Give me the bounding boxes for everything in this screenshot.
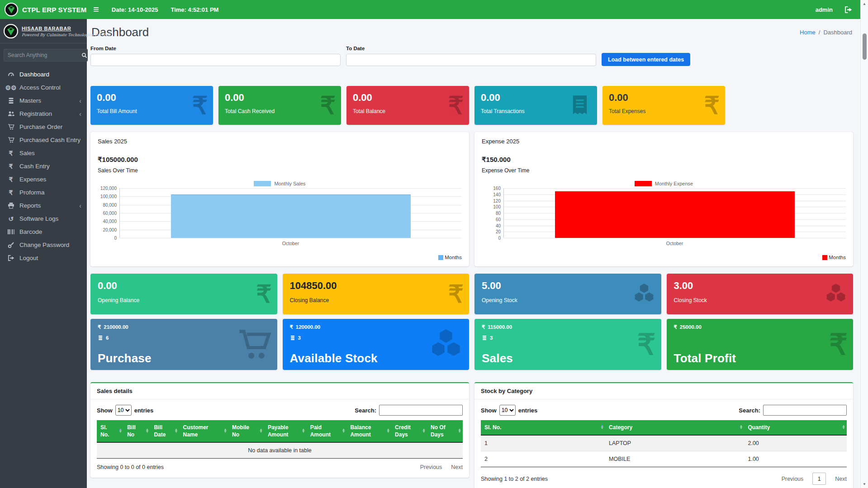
stock-table-info: Showing 1 to 2 of 2 entries (481, 476, 548, 482)
navbar-signout-icon[interactable] (844, 6, 852, 14)
months-legend[interactable]: Months (822, 255, 846, 260)
stock-page-size-select[interactable]: 10 (499, 405, 516, 416)
sales-search-input[interactable] (379, 405, 463, 416)
chart-total: ₹105000.000 (98, 156, 462, 164)
sidebar-logo-title: HISAAB BARABAR (22, 26, 112, 31)
sort-icon[interactable]: ▲▼ (386, 429, 390, 433)
sort-icon[interactable]: ▲▼ (842, 425, 845, 430)
table-row[interactable]: 1 LAPTOP 2.00 (481, 435, 847, 451)
sidebar-item-software-logs[interactable]: ↺ Software Logs (2, 212, 85, 225)
chart-legend[interactable]: Monthly Sales (98, 181, 462, 186)
available-stock-card[interactable]: ₹120000.00 3 Available Stock (283, 319, 470, 370)
app-brand: CTPL ERP SYSTEM (0, 3, 87, 16)
stock-by-category-table: Sl. No.▲▼ Category▲▼ Quantity▲▼ 1 LAPTOP… (481, 420, 847, 467)
from-date-label: From Date (90, 46, 341, 51)
rupee-icon: ₹ (829, 330, 848, 359)
sort-icon[interactable]: ▲▼ (740, 425, 743, 430)
closing-stock-card: 3.00 Closing Stock (667, 274, 854, 314)
x-axis-label: October (503, 241, 846, 246)
rupee-icon: ₹ (6, 163, 15, 170)
sidebar-toggle-icon[interactable]: ≡ (93, 5, 99, 14)
rupee-icon: ₹ (6, 150, 15, 156)
table-row[interactable]: 2 MOBILE 1.00 (481, 451, 847, 467)
breadcrumb: Home / Dashboard (800, 29, 852, 36)
breadcrumb-home-link[interactable]: Home (800, 29, 816, 36)
total-cash-received-card: 0.00 Total Cash Received ₹ (218, 86, 341, 125)
sort-icon[interactable]: ▲▼ (422, 429, 426, 433)
sales-previous-button[interactable]: Previous (420, 464, 442, 470)
stock-previous-button[interactable]: Previous (782, 476, 804, 482)
chart-title: Expense 2025 (482, 138, 846, 145)
sidebar-item-purchase-order[interactable]: Purchase Order (2, 120, 85, 133)
sort-icon[interactable]: ▲▼ (119, 429, 122, 433)
stock-page-1-button[interactable]: 1 (812, 473, 826, 485)
stat-cards-row: 0.00 Total Bill Amount ₹ 0.00 Total Cash… (90, 86, 853, 125)
chart-bar (555, 191, 794, 238)
sort-icon[interactable]: ▲▼ (259, 429, 263, 433)
sales-next-button[interactable]: Next (451, 464, 463, 470)
top-navbar: CTPL ERP SYSTEM ≡ Date: 14-10-2025 Time:… (0, 0, 860, 19)
sidebar-item-dashboard[interactable]: Dashboard (2, 68, 85, 81)
rupee-icon: ₹ (482, 324, 485, 330)
months-legend[interactable]: Months (438, 255, 462, 260)
stock-search-input[interactable] (763, 405, 847, 416)
database-icon (6, 97, 15, 104)
sort-icon[interactable]: ▲▼ (175, 429, 178, 433)
chart-legend[interactable]: Monthly Expense (482, 181, 846, 186)
sort-icon[interactable]: ▲▼ (458, 429, 461, 433)
sort-icon[interactable]: ▲▼ (223, 429, 227, 433)
sales-chart-panel: Sales 2025 ₹105000.000 Sales Over Time M… (90, 132, 469, 266)
sidebar-item-barcode[interactable]: Barcode (2, 225, 85, 238)
opening-stock-card: 5.00 Opening Stock (474, 274, 661, 314)
sidebar-item-masters[interactable]: Masters ‹ (2, 94, 85, 107)
chart-total: ₹150.000 (482, 156, 846, 164)
rupee-icon: ₹ (448, 93, 464, 118)
expense-bar-chart: 160140120100806040200 (482, 188, 846, 238)
scrollbar-down-arrow[interactable]: ▼ (861, 480, 868, 488)
sidebar-item-reports[interactable]: Reports ‹ (2, 199, 85, 212)
navbar-username[interactable]: admin (816, 6, 833, 13)
scrollbar-thumb[interactable] (863, 33, 867, 60)
summary-cards-row: ₹210000.00 6 Purchase ₹120000.00 3 Avail… (90, 319, 853, 370)
sort-icon[interactable]: ▲▼ (302, 429, 305, 433)
key-icon (6, 242, 15, 248)
sidebar-item-expenses[interactable]: ₹ Expenses (2, 173, 85, 186)
panel-title: Stock by Category (474, 383, 853, 399)
sidebar-item-proforma[interactable]: ₹ Proforma (2, 186, 85, 199)
sidebar-search-button[interactable] (81, 49, 88, 62)
users-icon (6, 110, 15, 117)
breadcrumb-current: Dashboard (823, 29, 852, 36)
sidebar: HISAAB BARABAR Powered By Culminate Tech… (0, 19, 87, 488)
stock-next-button[interactable]: Next (835, 476, 847, 482)
sort-icon[interactable]: ▲▼ (145, 429, 149, 433)
rupee-icon: ₹ (637, 330, 656, 359)
sidebar-item-cash-entry[interactable]: ₹ Cash Entry (2, 160, 85, 173)
purchase-card[interactable]: ₹210000.00 6 Purchase (90, 319, 277, 370)
cubes-icon (824, 282, 848, 306)
sales-page-size-select[interactable]: 10 (115, 405, 132, 416)
stock-by-category-panel: Stock by Category Show 10 entries Search… (474, 382, 853, 488)
sort-icon[interactable]: ▲▼ (342, 429, 346, 433)
load-between-dates-button[interactable]: Load between entered dates (602, 53, 690, 66)
sidebar-item-sales[interactable]: ₹ Sales (2, 147, 85, 160)
sidebar-item-purchased-cash-entry[interactable]: Purchased Cash Entry (2, 133, 85, 147)
sidebar-search-input[interactable] (4, 49, 81, 62)
sales-summary-card[interactable]: ₹115000.00 3 Sales ₹ (474, 319, 661, 370)
cubes-icon (428, 327, 464, 362)
empty-row: No data available in table (97, 442, 463, 459)
to-date-input[interactable] (346, 54, 596, 66)
chart-bar (171, 194, 410, 238)
sort-icon[interactable]: ▲▼ (600, 425, 604, 430)
total-profit-card[interactable]: ₹25000.00 Total Profit ₹ (667, 319, 854, 370)
sidebar-item-registration[interactable]: Registration ‹ (2, 107, 85, 120)
rupee-icon: ₹ (674, 324, 677, 330)
total-expenses-card: 0.00 Total Expenses ₹ (602, 86, 725, 125)
scrollbar-up-arrow[interactable]: ▲ (861, 0, 868, 8)
sidebar-item-access-control[interactable]: ⚙⚙ Access Control (2, 81, 85, 94)
from-date-input[interactable] (90, 54, 341, 66)
signout-icon (6, 255, 15, 261)
sidebar-item-logout[interactable]: Logout (2, 251, 85, 265)
sidebar-item-change-password[interactable]: Change Password (2, 238, 85, 251)
rupee-icon: ₹ (290, 324, 293, 330)
browser-scrollbar[interactable]: ▲ ▼ (860, 0, 868, 488)
